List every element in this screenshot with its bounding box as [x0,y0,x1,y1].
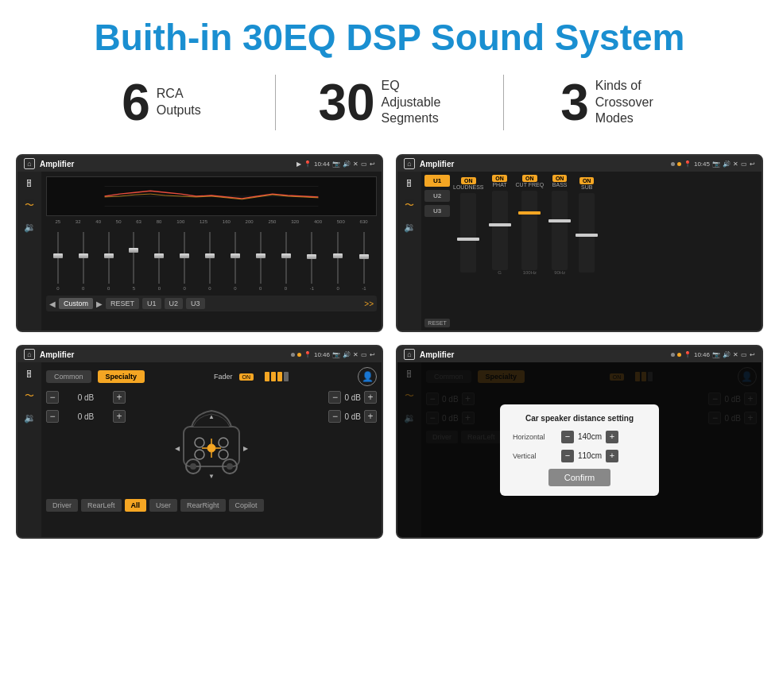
user-btn[interactable]: User [149,499,177,512]
vol-value-3: 0 dB [344,393,361,402]
home-icon-4[interactable] [404,349,415,360]
page-header: Buith-in 30EQ DSP Sound System [0,0,779,67]
fader-label: Fader [214,373,233,381]
vertical-minus-btn[interactable]: − [561,450,574,462]
freq-labels: 2532405063 80100125160200 25032040050063… [46,219,377,224]
stat-label-crossover: Kinds ofCrossover Modes [595,78,675,127]
horizontal-plus-btn[interactable]: + [606,431,618,443]
slider-8: 0 [234,232,236,291]
back-icon-4[interactable]: ↩ [750,351,755,358]
all-btn[interactable]: All [125,499,147,512]
home-icon-2[interactable] [404,158,415,169]
speaker-icon-3[interactable]: 🔉 [24,412,36,423]
home-icon-3[interactable] [24,349,35,360]
plus-3[interactable]: + [364,391,377,404]
ddot1 [671,353,675,357]
horizontal-stepper: − 140cm + [561,431,618,443]
svg-text:▼: ▼ [208,473,215,480]
rearleft-btn[interactable]: RearLeft [81,499,122,512]
reset-btn[interactable]: RESET [106,298,139,309]
car-svg: ▲ ▼ ◀ ▶ [168,399,255,486]
slider-13: -1 [362,232,366,291]
fader-screen: Amplifier 📍 10:46 📷 🔊 ✕ ▭ ↩ 🎚 〜 🔉 [16,345,383,539]
on-badges-row: ON LOUDNESS ON PHAT G [453,175,758,275]
horizontal-minus-btn[interactable]: − [561,431,574,443]
home-icon[interactable] [24,158,35,169]
sub-col: ON SUB [576,177,598,273]
speaker-icon-2[interactable]: 🔉 [404,222,416,233]
vol-icon: 🔊 [343,160,351,168]
dot1 [671,162,675,166]
crossover-sidebar: 🎚 〜 🔉 [397,172,421,331]
speaker-distance-dialog: Car speaker distance setting Horizontal … [500,404,659,496]
fader-right-volumes: − 0 dB + − 0 dB + [297,391,377,494]
confirm-button[interactable]: Confirm [548,469,611,486]
crossover-presets: U1 U2 U3 RESET [424,175,450,327]
horizontal-row: Horizontal − 140cm + [513,431,646,443]
copilot-btn[interactable]: Copilot [229,499,264,512]
wave-icon-3[interactable]: 〜 [25,389,34,403]
wave-icon[interactable]: 〜 [25,199,34,212]
u1-preset[interactable]: U1 [424,175,450,187]
minus-1[interactable]: − [46,391,59,404]
pin-icon-2: 📍 [684,160,692,168]
eq-left-sidebar: 🎚 〜 🔉 [17,172,41,331]
slider-12: 0 [337,232,339,291]
minus-2[interactable]: − [46,410,59,423]
horizontal-value: 140cm [577,432,603,441]
cutfreq-on: ON [522,175,537,182]
u1-btn[interactable]: U1 [142,298,161,309]
driver-btn[interactable]: Driver [46,499,78,512]
plus-1[interactable]: + [113,391,126,404]
u3-btn[interactable]: U3 [186,298,205,309]
loudness-col: ON LOUDNESS [453,177,484,273]
eq-icon-2[interactable]: 🎚 [405,178,414,189]
eq-status-bar: Amplifier ▶ 📍 10:44 📷 🔊 ✕ ▭ ↩ [17,156,382,172]
eq-chart [46,176,377,216]
horizontal-label: Horizontal [513,433,556,441]
back-icon[interactable]: ↩ [370,160,375,168]
vertical-plus-btn[interactable]: + [606,450,618,462]
fader-status-bar: Amplifier 📍 10:46 📷 🔊 ✕ ▭ ↩ [17,346,382,362]
stat-number-rca: 6 [122,77,150,128]
prev-arrow[interactable]: ◀ [49,300,56,308]
crossover-time: 10:45 [694,160,710,168]
svg-point-9 [219,438,228,447]
wave-icon-2[interactable]: 〜 [405,199,414,212]
u2-preset[interactable]: U2 [424,190,450,202]
crossover-screen-title: Amplifier [420,160,666,168]
back-icon-2[interactable]: ↩ [750,160,755,168]
x-icon: ✕ [353,160,358,168]
more-icon[interactable]: >> [364,300,374,308]
common-tab[interactable]: Common [46,370,91,383]
crossover-status-bar: Amplifier 📍 10:45 📷 🔊 ✕ ▭ ↩ [397,156,762,172]
speaker-icon[interactable]: 🔉 [24,222,36,233]
x-icon-3: ✕ [353,351,358,358]
eq-icon[interactable]: 🎚 [25,178,34,189]
plus-4[interactable]: + [364,410,377,423]
stat-crossover: 3 Kinds ofCrossover Modes [504,77,731,128]
rearright-btn[interactable]: RearRight [180,499,226,512]
minus-4[interactable]: − [328,410,341,423]
pin-icon-4: 📍 [684,351,692,358]
eq-icon-3[interactable]: 🎚 [25,369,34,380]
crossover-content: 🎚 〜 🔉 U1 U2 U3 RESET ON [397,172,762,331]
specialty-tab[interactable]: Specialty [98,370,145,383]
next-arrow[interactable]: ▶ [96,300,103,308]
crossover-reset-btn[interactable]: RESET [424,319,450,327]
back-icon-3[interactable]: ↩ [370,351,375,358]
vertical-value: 110cm [577,451,603,460]
stat-rca: 6 RCAOutputs [48,77,275,128]
custom-btn[interactable]: Custom [59,298,93,309]
play-icon: ▶ [296,160,301,168]
svg-point-12 [207,444,215,452]
fader-dialog-time: 10:46 [694,351,710,358]
plus-2[interactable]: + [113,410,126,423]
minus-3[interactable]: − [328,391,341,404]
eq-status-icons: ▶ 📍 10:44 📷 🔊 ✕ ▭ ↩ [296,160,375,168]
vol-row-3: − 0 dB + [328,391,377,404]
slider-1: 0 [56,232,59,291]
fdot2 [297,353,301,357]
u2-btn[interactable]: U2 [165,298,184,309]
u3-preset[interactable]: U3 [424,205,450,217]
